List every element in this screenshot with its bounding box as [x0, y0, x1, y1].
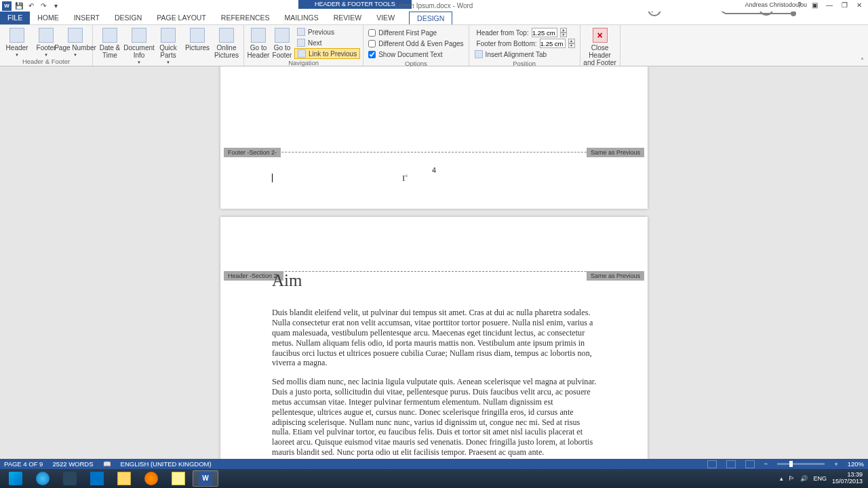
- same-as-previous-tag: Same as Previous: [587, 271, 644, 281]
- tray-clock[interactable]: 13:39 15/07/2013: [832, 472, 865, 485]
- tab-hf-design[interactable]: DESIGN: [409, 12, 452, 24]
- group-label: Header & Footer: [3, 58, 90, 66]
- pictures-button[interactable]: Pictures: [183, 26, 212, 52]
- collapse-ribbon-icon[interactable]: ˄: [861, 57, 864, 64]
- online-pictures-button[interactable]: Online Pictures: [212, 26, 241, 59]
- read-mode-icon[interactable]: [707, 460, 717, 468]
- print-layout-icon[interactable]: [726, 460, 736, 468]
- word-app-icon[interactable]: W: [1, 1, 12, 12]
- zoom-level[interactable]: 120%: [848, 460, 864, 468]
- windows-taskbar: W ▴ 🏳 🔊 ENG 13:39 15/07/2013: [0, 469, 868, 488]
- start-button[interactable]: [3, 470, 28, 487]
- tab-design[interactable]: DESIGN: [107, 12, 149, 24]
- word-count[interactable]: 2522 WORDS: [52, 460, 93, 468]
- page-indicator[interactable]: PAGE 4 OF 9: [4, 460, 43, 468]
- tab-review[interactable]: REVIEW: [326, 12, 369, 24]
- undo-icon[interactable]: ↶: [26, 1, 37, 12]
- next-button[interactable]: Next: [294, 37, 360, 48]
- date-time-button[interactable]: Date & Time: [96, 26, 124, 59]
- taskbar-word-icon[interactable]: W: [193, 470, 218, 487]
- close-icon[interactable]: ✕: [852, 0, 867, 9]
- ribbon: Header▼ Footer▼ Page Number▼ Header & Fo…: [0, 25, 868, 66]
- spellcheck-icon[interactable]: 📖: [103, 460, 111, 468]
- restore-icon[interactable]: ❐: [837, 0, 852, 9]
- page-number-footer: 4: [432, 166, 436, 174]
- group-header-footer: Header▼ Footer▼ Page Number▼ Header & Fo…: [0, 25, 93, 66]
- group-position: Header from Top:▲▼ Footer from Bottom:▲▼…: [469, 25, 580, 66]
- redo-icon[interactable]: ↷: [38, 1, 49, 12]
- mouse-ibeam-icon: I=: [402, 173, 408, 184]
- header-button[interactable]: Header▼: [3, 26, 31, 57]
- zoom-in-button[interactable]: +: [834, 460, 838, 468]
- group-close: ×Close Header and Footer Close: [580, 25, 620, 66]
- taskbar-notes-icon[interactable]: [165, 470, 191, 487]
- goto-header-button[interactable]: Go to Header: [247, 26, 270, 59]
- close-header-footer-button[interactable]: ×Close Header and Footer: [583, 26, 617, 66]
- tab-view[interactable]: VIEW: [369, 12, 402, 24]
- save-icon[interactable]: 💾: [14, 1, 24, 12]
- previous-button[interactable]: Previous: [294, 26, 360, 37]
- ribbon-tabs: FILE HOME INSERT DESIGN PAGE LAYOUT REFE…: [0, 12, 868, 25]
- goto-footer-button[interactable]: Go to Footer: [271, 26, 294, 59]
- footer-from-bottom-field[interactable]: Footer from Bottom:▲▼: [472, 38, 577, 49]
- title-bar: W 💾 ↶ ↷ ▾ HEADER & FOOTER TOOLS Lorem Ip…: [0, 0, 868, 12]
- quick-parts-button[interactable]: Quick Parts▼: [154, 26, 182, 64]
- page-current: Header -Section 2- Same as Previous Aim …: [220, 217, 648, 461]
- qat-customize-icon[interactable]: ▾: [50, 1, 61, 12]
- zoom-slider[interactable]: [777, 463, 825, 465]
- help-icon[interactable]: ?: [792, 0, 807, 9]
- header-from-top-field[interactable]: Header from Top:▲▼: [472, 27, 577, 38]
- tab-page-layout[interactable]: PAGE LAYOUT: [149, 12, 214, 24]
- taskbar-outlook-icon[interactable]: [84, 470, 110, 487]
- language-indicator[interactable]: ENGLISH (UNITED KINGDOM): [121, 460, 212, 468]
- tray-action-center-icon[interactable]: 🏳: [789, 475, 795, 482]
- tray-lang[interactable]: ENG: [813, 475, 827, 482]
- document-title: Lorem Ipsum.docx - Word: [395, 2, 473, 9]
- tray-volume-icon[interactable]: 🔊: [800, 475, 808, 482]
- tab-home[interactable]: HOME: [30, 12, 66, 24]
- taskbar-steam-icon[interactable]: [57, 470, 83, 487]
- zoom-out-button[interactable]: −: [764, 460, 768, 468]
- group-options: Different First Page Different Odd & Eve…: [363, 25, 469, 66]
- tray-expand-icon[interactable]: ▴: [780, 475, 783, 482]
- page-previous: Footer -Section 2- Same as Previous 4 I=: [220, 66, 648, 209]
- insert-alignment-tab-button[interactable]: Insert Alignment Tab: [472, 49, 577, 60]
- same-as-previous-tag: Same as Previous: [587, 148, 644, 157]
- tab-file[interactable]: FILE: [0, 12, 30, 24]
- document-heading: Aim: [272, 271, 302, 290]
- page-number-button[interactable]: Page Number▼: [61, 26, 90, 57]
- status-bar: PAGE 4 OF 9 2522 WORDS 📖 ENGLISH (UNITED…: [0, 459, 868, 469]
- text-cursor: [272, 174, 273, 182]
- tab-insert[interactable]: INSERT: [66, 12, 107, 24]
- link-to-previous-button[interactable]: Link to Previous: [294, 48, 360, 59]
- tab-mailings[interactable]: MAILINGS: [277, 12, 326, 24]
- document-paragraph: Duis blandit eleifend velit, ut pulvinar…: [272, 308, 597, 368]
- footer-button[interactable]: Footer▼: [32, 26, 60, 57]
- different-first-page-checkbox[interactable]: Different First Page: [366, 27, 465, 38]
- ribbon-options-icon[interactable]: ▣: [807, 0, 822, 9]
- group-navigation: Go to Header Go to Footer Previous Next …: [244, 25, 363, 66]
- document-paragraph: Sed mollis diam nunc, nec lacinia ligula…: [272, 377, 597, 458]
- document-area[interactable]: Footer -Section 2- Same as Previous 4 I=…: [0, 66, 868, 461]
- minimize-icon[interactable]: —: [822, 0, 837, 9]
- footer-section-tag: Footer -Section 2-: [224, 148, 281, 157]
- different-odd-even-checkbox[interactable]: Different Odd & Even Pages: [366, 38, 465, 49]
- show-document-text-checkbox[interactable]: Show Document Text: [366, 49, 465, 60]
- taskbar-explorer-icon[interactable]: [111, 470, 137, 487]
- document-info-button[interactable]: Document Info▼: [125, 26, 153, 64]
- taskbar-firefox-icon[interactable]: [138, 470, 164, 487]
- tab-references[interactable]: REFERENCES: [214, 12, 277, 24]
- web-layout-icon[interactable]: [745, 460, 755, 468]
- taskbar-ie-icon[interactable]: [30, 470, 56, 487]
- group-insert: Date & Time Document Info▼ Quick Parts▼ …: [93, 25, 244, 66]
